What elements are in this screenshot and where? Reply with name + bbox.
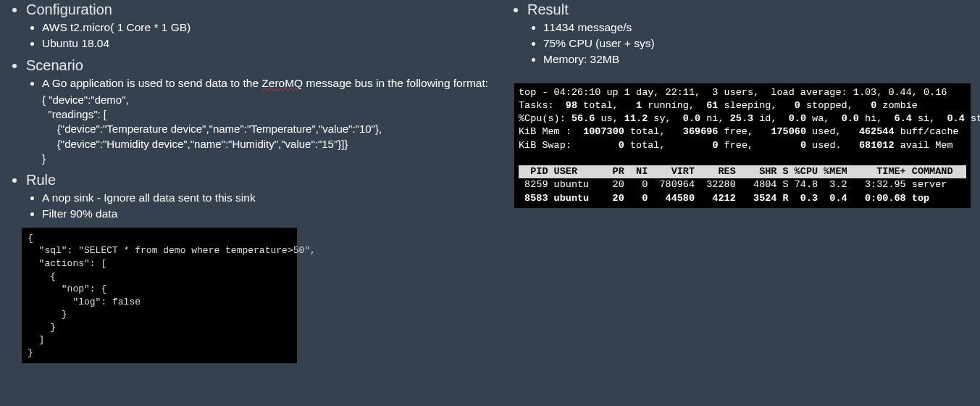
top-summary-line: top - 04:26:10 up 1 day, 22:11, 3 users,… <box>519 87 947 98</box>
config-item: Ubuntu 18.04 <box>42 36 500 51</box>
scenario-desc: A Go application is used to send data to… <box>42 76 500 166</box>
scenario-heading: Scenario <box>26 57 83 73</box>
rule-item: A nop sink - Ignore all data sent to thi… <box>42 191 259 206</box>
rule-item: Filter 90% data <box>42 207 500 222</box>
top-cpu-line: %Cpu(s): 56.6 us, 11.2 sy, 0.0 ni, 25.3 … <box>519 113 980 124</box>
zeromq-word: ZeroMQ <box>261 77 303 89</box>
result-item: 11434 message/s <box>543 20 973 36</box>
result-heading: Result <box>527 1 569 17</box>
top-process-row: 8259 ubuntu 20 0 780964 32280 4804 S 74.… <box>519 179 947 190</box>
configuration-heading: Configuration <box>26 1 112 17</box>
top-mem-line: KiB Mem : 1007300 total, 369696 free, 17… <box>519 126 959 137</box>
scenario-desc-post: message bus in the following format: <box>303 77 488 89</box>
message-json: { "device":"demo", "readings": [ {"devic… <box>42 93 500 166</box>
rule-code-block: { "sql": "SELECT * from demo where tempe… <box>22 228 297 363</box>
scenario-desc-pre: A Go application is used to send data to… <box>42 77 261 89</box>
rule-heading: Rule <box>26 172 56 188</box>
top-process-row: 8583 ubuntu 20 0 44580 4212 3524 R 0.3 0… <box>519 193 929 204</box>
top-tasks-line: Tasks: 98 total, 1 running, 61 sleeping,… <box>519 100 918 111</box>
config-item: AWS t2.micro( 1 Core * 1 GB) <box>42 20 500 36</box>
top-swap-line: KiB Swap: 0 total, 0 free, 0 used. 68101… <box>519 140 953 151</box>
top-header-row: PID USER PR NI VIRT RES SHR S %CPU %MEM … <box>519 165 966 178</box>
result-item: 75% CPU (user + sys) <box>543 36 973 51</box>
top-output: top - 04:26:10 up 1 day, 22:11, 3 users,… <box>514 83 971 208</box>
result-item: Memory: 32MB <box>543 52 973 67</box>
